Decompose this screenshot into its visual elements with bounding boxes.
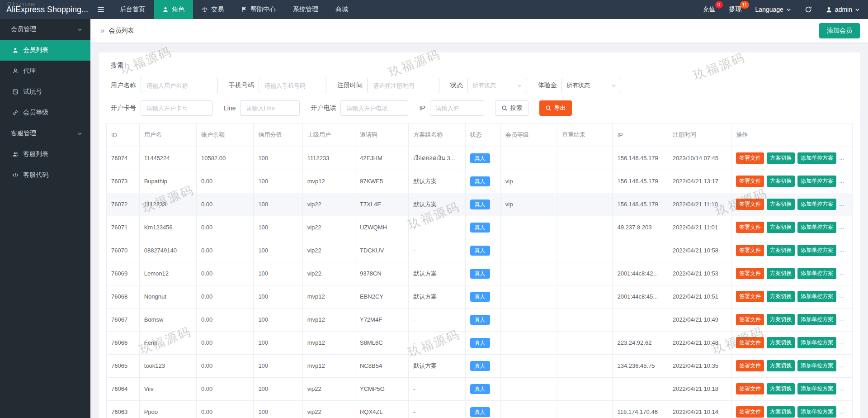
search-button[interactable]: 搜索	[495, 100, 528, 116]
sidebar-item-0-1[interactable]: 代理	[0, 61, 90, 81]
ip-input[interactable]	[430, 100, 484, 116]
add-single-control-plan-button[interactable]: 添加单控方案	[797, 337, 836, 348]
language-dropdown[interactable]: Language	[755, 6, 791, 13]
plan-switch-button[interactable]: 方案切换	[767, 314, 795, 325]
admin-dropdown[interactable]: admin	[826, 6, 860, 13]
plan-switch-button[interactable]: 方案切换	[767, 268, 795, 279]
username-input[interactable]	[141, 78, 218, 93]
refresh-icon[interactable]	[805, 6, 812, 13]
nav-item-0[interactable]: 后台首页	[111, 0, 154, 19]
sidebar-item-0-3[interactable]: 会员等级	[0, 102, 90, 123]
sign-file-button[interactable]: 签署文件	[736, 268, 764, 279]
recharge-nav-item[interactable]: 充值 0	[703, 5, 716, 14]
plan-switch-button[interactable]: 方案切换	[767, 199, 795, 209]
table-header-row: ID用户名账户余额信用分值上级用户邀请码方案组名称状态会员等级查重结果IP注册时…	[107, 124, 852, 147]
plan-switch-button[interactable]: 方案切换	[767, 337, 795, 348]
add-single-control-plan-button[interactable]: 添加单控方案	[797, 199, 836, 209]
add-single-control-plan-button[interactable]: 添加单控方案	[797, 383, 836, 394]
cell-status: 真人	[465, 170, 500, 193]
nav-item-2[interactable]: 交易	[193, 0, 232, 19]
nav-item-4[interactable]: 系统管理	[284, 0, 327, 19]
more-actions[interactable]: ...	[839, 385, 844, 392]
add-single-control-plan-button[interactable]: 添加单控方案	[797, 176, 836, 186]
more-actions[interactable]: ...	[839, 270, 844, 276]
more-actions[interactable]: ...	[839, 200, 844, 207]
more-actions[interactable]: ...	[839, 362, 844, 369]
sidebar-item-0-2[interactable]: 试玩号	[0, 81, 90, 102]
add-single-control-plan-button[interactable]: 添加单控方案	[797, 245, 836, 256]
sign-file-button[interactable]: 签署文件	[736, 245, 764, 256]
sign-file-button[interactable]: 签署文件	[736, 152, 764, 163]
breadcrumb[interactable]: 会员列表	[108, 27, 134, 35]
hamburger-menu-icon[interactable]	[90, 0, 111, 19]
more-actions[interactable]: ...	[839, 177, 844, 184]
sidebar-group-0[interactable]: 会员管理	[0, 19, 90, 40]
add-single-control-plan-button[interactable]: 添加单控方案	[797, 291, 836, 302]
table-row: 76066Fenn0.00100mvp12S8ML6C-真人223.24.92.…	[107, 331, 852, 354]
nav-item-1[interactable]: 角色	[154, 0, 193, 19]
sign-file-button[interactable]: 签署文件	[736, 291, 764, 302]
more-actions[interactable]: ...	[839, 247, 844, 253]
sign-file-button[interactable]: 签署文件	[736, 314, 764, 325]
sign-file-button[interactable]: 签署文件	[736, 360, 764, 371]
reg-time-input[interactable]	[367, 78, 439, 93]
sign-file-button[interactable]: 签署文件	[736, 406, 764, 417]
line-input[interactable]	[240, 100, 300, 116]
more-actions[interactable]: ...	[839, 223, 844, 230]
export-button[interactable]: 导出	[539, 100, 572, 116]
sidebar-item-1-0[interactable]: 客服列表	[0, 144, 90, 165]
cell-reg_time: 2022/04/21 10:14	[668, 400, 731, 418]
column-header: 信用分值	[254, 124, 302, 147]
add-single-control-plan-button[interactable]: 添加单控方案	[797, 268, 836, 279]
add-single-control-plan-button[interactable]: 添加单控方案	[797, 152, 836, 163]
card-number-input[interactable]	[141, 100, 213, 116]
trial-fund-select[interactable]: 所有状态	[561, 78, 621, 93]
plan-switch-button[interactable]: 方案切换	[767, 152, 795, 163]
withdraw-label: 提现	[729, 5, 742, 13]
user-icon	[826, 6, 832, 13]
more-actions[interactable]: ...	[839, 293, 844, 299]
add-single-control-plan-button[interactable]: 添加单控方案	[797, 360, 836, 371]
plan-switch-button[interactable]: 方案切换	[767, 360, 795, 371]
sign-file-button[interactable]: 签署文件	[736, 176, 764, 186]
main-content: » 会员列表 添加会员 搜索 用户名称手机号码注册时间状态所有状态体验金所有状态…	[90, 19, 868, 418]
more-actions[interactable]: ...	[839, 154, 844, 161]
table-row: 76073Bupathip0.00100mvp1297KWE5默认方案真人vip…	[107, 170, 852, 193]
add-single-control-plan-button[interactable]: 添加单控方案	[797, 222, 836, 233]
sign-file-button[interactable]: 签署文件	[736, 337, 764, 348]
add-single-control-plan-button[interactable]: 添加单控方案	[797, 406, 836, 417]
cell-status: 真人	[465, 239, 500, 262]
more-actions[interactable]: ...	[839, 339, 844, 346]
sidebar-group-1[interactable]: 客服管理	[0, 123, 90, 144]
plan-switch-button[interactable]: 方案切换	[767, 245, 795, 256]
plan-switch-button[interactable]: 方案切换	[767, 222, 795, 233]
field-account-phone: 开户电话	[311, 100, 408, 116]
sign-file-button[interactable]: 签署文件	[736, 222, 764, 233]
withdraw-nav-item[interactable]: 提现 11	[729, 5, 742, 14]
column-header: 查重结果	[557, 124, 613, 147]
topbar-right: 充值 0 提现 11 Language admin	[703, 5, 868, 14]
plan-switch-button[interactable]: 方案切换	[767, 176, 795, 186]
sign-file-button[interactable]: 签署文件	[736, 199, 764, 209]
cell-username: 1112233	[139, 193, 196, 216]
more-actions[interactable]: ...	[839, 408, 844, 415]
sidebar-item-1-1[interactable]: 客服代码	[0, 165, 90, 185]
cell-level	[500, 262, 557, 285]
plan-switch-button[interactable]: 方案切换	[767, 291, 795, 302]
sidebar-item-0-0[interactable]: 会员列表	[0, 40, 90, 61]
nav-item-3[interactable]: 帮助中心	[232, 0, 284, 19]
search-button-label: 搜索	[510, 104, 522, 112]
nav-item-5[interactable]: 商城	[327, 0, 357, 19]
cell-balance: 0.00	[197, 193, 254, 216]
field-label: 开户卡号	[111, 104, 136, 112]
plan-switch-button[interactable]: 方案切换	[767, 383, 795, 394]
add-single-control-plan-button[interactable]: 添加单控方案	[797, 314, 836, 325]
sign-file-button[interactable]: 签署文件	[736, 383, 764, 394]
plan-switch-button[interactable]: 方案切换	[767, 406, 795, 417]
more-actions[interactable]: ...	[839, 316, 844, 323]
add-member-button[interactable]: 添加会员	[819, 23, 860, 38]
chevron-down-icon	[611, 83, 616, 88]
phone-input[interactable]	[259, 78, 326, 93]
status-select[interactable]: 所有状态	[467, 78, 527, 93]
account-phone-input[interactable]	[340, 100, 408, 116]
